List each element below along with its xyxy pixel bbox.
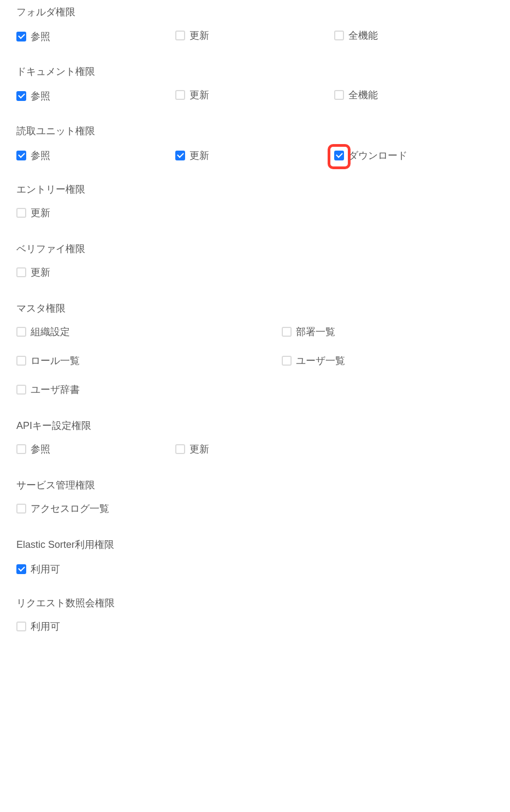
checkbox-label: 部署一覧: [296, 327, 335, 337]
checkbox-label: 組織設定: [31, 327, 70, 337]
checkbox-label: 全機能: [348, 31, 378, 40]
checkbox-label: 利用可: [31, 622, 60, 631]
checkbox-icon: [16, 91, 26, 101]
service-permissions-title: サービス管理権限: [16, 479, 494, 492]
verify-update-checkbox[interactable]: 更新: [16, 267, 50, 277]
master-permissions-title: マスタ権限: [16, 302, 494, 315]
apikey-update-checkbox[interactable]: 更新: [175, 444, 209, 454]
checkbox-icon: [175, 444, 185, 454]
checkbox-icon: [334, 151, 344, 160]
checkbox-label: アクセスログ一覧: [31, 504, 109, 514]
checkbox-label: 参照: [31, 151, 50, 160]
checkbox-icon: [282, 356, 292, 366]
checkbox-icon: [16, 327, 26, 337]
checkbox-label: 更新: [189, 90, 209, 100]
checkbox-icon: [16, 267, 26, 277]
document-permissions-section: ドキュメント権限 参照 更新 全機能: [16, 65, 494, 103]
master-permissions-section: マスタ権限 組織設定 部署一覧 ロール一覧 ユーザ一覧: [16, 302, 494, 397]
checkbox-icon: [16, 622, 26, 631]
checkbox-icon: [16, 208, 26, 218]
elastic-permissions-section: Elastic Sorter利用権限 利用可: [16, 538, 494, 575]
master-user-checkbox[interactable]: ユーザ一覧: [282, 356, 345, 366]
folder-permissions-title: フォルダ権限: [16, 5, 494, 19]
elastic-use-checkbox[interactable]: 利用可: [16, 564, 60, 574]
verify-permissions-title: ベリファイ権限: [16, 242, 494, 255]
checkbox-icon: [16, 504, 26, 514]
checkbox-label: ユーザ辞書: [31, 385, 80, 395]
service-accesslog-checkbox[interactable]: アクセスログ一覧: [16, 504, 109, 514]
checkbox-icon: [175, 90, 185, 100]
checkbox-label: 更新: [189, 151, 209, 160]
checkbox-label: 更新: [31, 208, 50, 218]
checkbox-icon: [16, 356, 26, 366]
checkbox-icon: [334, 31, 344, 40]
readunit-permissions-section: 読取ユニット権限 参照 更新 ダウンロード: [16, 124, 494, 161]
folder-permissions-section: フォルダ権限 参照 更新 全機能: [16, 5, 494, 43]
checkbox-icon: [16, 32, 26, 41]
checkbox-icon: [16, 151, 26, 160]
document-all-checkbox[interactable]: 全機能: [334, 90, 378, 100]
readunit-update-checkbox[interactable]: 更新: [175, 151, 209, 160]
document-view-checkbox[interactable]: 参照: [16, 91, 50, 101]
apikey-view-checkbox[interactable]: 参照: [16, 444, 50, 454]
request-use-checkbox[interactable]: 利用可: [16, 622, 60, 631]
readunit-view-checkbox[interactable]: 参照: [16, 151, 50, 160]
readunit-download-checkbox[interactable]: ダウンロード: [334, 151, 407, 160]
checkbox-label: 更新: [189, 444, 209, 454]
checkbox-icon: [16, 564, 26, 574]
checkbox-label: 更新: [189, 31, 209, 40]
checkbox-label: 参照: [31, 444, 50, 454]
request-permissions-title: リクエスト数照会権限: [16, 596, 494, 610]
checkbox-label: 参照: [31, 32, 50, 41]
readunit-permissions-title: 読取ユニット権限: [16, 124, 494, 138]
master-dept-checkbox[interactable]: 部署一覧: [282, 327, 335, 337]
apikey-permissions-title: APIキー設定権限: [16, 419, 494, 432]
verify-permissions-section: ベリファイ権限 更新: [16, 242, 494, 280]
master-role-checkbox[interactable]: ロール一覧: [16, 356, 80, 366]
entry-permissions-section: エントリー権限 更新: [16, 183, 494, 220]
checkbox-label: ダウンロード: [348, 151, 407, 160]
entry-update-checkbox[interactable]: 更新: [16, 208, 50, 218]
checkbox-label: 参照: [31, 91, 50, 101]
folder-all-checkbox[interactable]: 全機能: [334, 31, 378, 40]
checkbox-icon: [334, 90, 344, 100]
checkbox-icon: [16, 444, 26, 454]
master-dict-checkbox[interactable]: ユーザ辞書: [16, 385, 80, 395]
checkbox-label: ロール一覧: [31, 356, 80, 366]
checkbox-label: ユーザ一覧: [296, 356, 345, 366]
document-update-checkbox[interactable]: 更新: [175, 90, 209, 100]
document-permissions-title: ドキュメント権限: [16, 65, 494, 78]
checkbox-icon: [282, 327, 292, 337]
checkbox-icon: [175, 151, 185, 160]
entry-permissions-title: エントリー権限: [16, 183, 494, 196]
apikey-permissions-section: APIキー設定権限 参照 更新: [16, 419, 494, 457]
folder-update-checkbox[interactable]: 更新: [175, 31, 209, 40]
service-permissions-section: サービス管理権限 アクセスログ一覧: [16, 479, 494, 516]
checkbox-label: 全機能: [348, 90, 378, 100]
checkbox-icon: [16, 385, 26, 395]
request-permissions-section: リクエスト数照会権限 利用可: [16, 596, 494, 634]
checkbox-label: 更新: [31, 267, 50, 277]
master-org-checkbox[interactable]: 組織設定: [16, 327, 70, 337]
checkbox-label: 利用可: [31, 564, 60, 574]
checkbox-icon: [175, 31, 185, 40]
folder-view-checkbox[interactable]: 参照: [16, 32, 50, 41]
elastic-permissions-title: Elastic Sorter利用権限: [16, 538, 494, 551]
